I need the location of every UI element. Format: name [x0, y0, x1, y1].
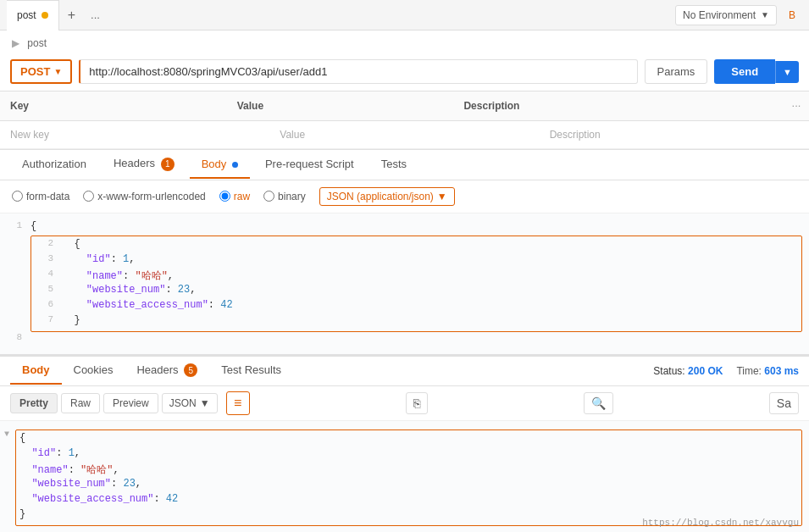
- more-tabs-button[interactable]: ...: [84, 8, 107, 21]
- time-value: 603 ms: [764, 365, 799, 377]
- resp-tab-cookies[interactable]: Cookies: [62, 357, 125, 385]
- search-button[interactable]: 🔍: [584, 392, 613, 414]
- method-label: POST: [20, 65, 50, 78]
- code-line-1: 1 {: [0, 220, 809, 236]
- tab-prerequest[interactable]: Pre-request Script: [253, 151, 366, 179]
- save-button[interactable]: Sa: [769, 392, 799, 414]
- response-section: Body Cookies Headers 5 Test Results Stat…: [0, 355, 809, 533]
- send-button[interactable]: Send: [714, 59, 775, 84]
- form-data-option[interactable]: form-data: [12, 191, 69, 202]
- resp-line-1: {: [19, 432, 798, 447]
- tab-authorization[interactable]: Authorization: [10, 151, 98, 179]
- resp-tab-headers[interactable]: Headers 5: [125, 357, 209, 386]
- desc-cell[interactable]: Description: [540, 125, 809, 144]
- body-dot-indicator: [232, 162, 238, 168]
- request-body-editor[interactable]: 1 { 2 { 3 "id": 1, 4 "name": "哈哈", 5 "we…: [0, 213, 809, 355]
- resp-format-selector[interactable]: JSON ▼: [162, 393, 218, 413]
- url-section: POST ▼ Params Send ▼: [0, 53, 809, 91]
- tab-body[interactable]: Body: [190, 151, 250, 179]
- resp-line-4: "website_num": 23,: [19, 478, 798, 493]
- wrap-button[interactable]: ≡: [226, 391, 250, 415]
- collapse-icon[interactable]: ▼: [4, 429, 9, 439]
- code-line-8: 8: [0, 332, 809, 347]
- content-type-selector[interactable]: JSON (application/json) ▼: [319, 187, 455, 206]
- request-tab-post[interactable]: post: [7, 0, 59, 30]
- desc-column-header: Description: [453, 97, 784, 115]
- code-line-3: 3 "id": 1,: [31, 253, 801, 269]
- json-select-arrow-icon: ▼: [437, 191, 447, 202]
- resp-json-arrow-icon: ▼: [200, 397, 210, 409]
- response-toolbar: Pretty Raw Preview JSON ▼ ≡ ⎘ 🔍 Sa: [0, 386, 809, 421]
- url-input[interactable]: [79, 59, 637, 84]
- value-column-header: Value: [227, 97, 454, 115]
- code-line-6: 6 "website_access_num": 42: [31, 299, 801, 314]
- code-line-5: 5 "website_num": 23,: [31, 284, 801, 299]
- tab-label: post: [17, 9, 36, 21]
- response-tabs-row: Body Cookies Headers 5 Test Results Stat…: [0, 357, 809, 387]
- tab-dot-indicator: [42, 12, 48, 19]
- new-tab-button[interactable]: +: [59, 8, 84, 23]
- urlencoded-option[interactable]: x-www-form-urlencoded: [83, 191, 205, 202]
- method-selector[interactable]: POST ▼: [10, 59, 72, 84]
- preview-button[interactable]: Preview: [103, 393, 158, 413]
- resp-tab-test-results[interactable]: Test Results: [209, 357, 293, 385]
- status-label: Status: 200 OK: [653, 365, 723, 377]
- more-column-header: ...: [784, 97, 809, 115]
- code-line-4: 4 "name": "哈哈",: [31, 269, 801, 284]
- tab-headers[interactable]: Headers 1: [102, 150, 186, 180]
- kv-empty-row: New key Value Description: [0, 121, 809, 149]
- request-body-highlighted: 2 { 3 "id": 1, 4 "name": "哈哈", 5 "websit…: [30, 236, 802, 332]
- build-label: B: [782, 9, 802, 21]
- response-body-viewer: ▼ { "id": 1, "name": "哈哈", "website_num"…: [0, 421, 809, 532]
- code-line-2: 2 {: [31, 238, 801, 253]
- pretty-button[interactable]: Pretty: [10, 393, 58, 413]
- request-tabs: Authorization Headers 1 Body Pre-request…: [0, 150, 809, 180]
- value-cell[interactable]: Value: [269, 125, 539, 144]
- tab-tests[interactable]: Tests: [369, 151, 418, 179]
- time-label: Time: 603 ms: [736, 365, 799, 377]
- binary-option[interactable]: binary: [263, 191, 306, 202]
- headers-badge: 1: [161, 158, 175, 171]
- method-arrow-icon: ▼: [53, 67, 62, 76]
- params-button[interactable]: Params: [645, 59, 708, 84]
- code-line-7: 7 }: [31, 314, 801, 330]
- raw-option[interactable]: raw: [219, 191, 250, 202]
- send-btn-group: Send ▼: [714, 59, 799, 84]
- response-body-highlighted: { "id": 1, "name": "哈哈", "website_num": …: [15, 429, 802, 526]
- send-arrow-button[interactable]: ▼: [775, 61, 799, 83]
- key-cell[interactable]: New key: [0, 125, 269, 144]
- body-options: form-data x-www-form-urlencoded raw bina…: [0, 180, 809, 213]
- kv-table: Key Value Description ... New key Value …: [0, 91, 809, 150]
- status-value: 200 OK: [688, 365, 723, 377]
- watermark: https://blog.csdn.net/xavvgu: [642, 518, 799, 528]
- copy-button[interactable]: ⎘: [406, 392, 428, 414]
- resp-line-2: "id": 1,: [19, 447, 798, 463]
- key-column-header: Key: [0, 97, 227, 115]
- resp-line-3: "name": "哈哈",: [19, 463, 798, 478]
- kv-header: Key Value Description ...: [0, 91, 809, 121]
- resp-headers-badge: 5: [184, 363, 197, 377]
- raw-button[interactable]: Raw: [61, 393, 100, 413]
- resp-line-5: "website_access_num": 42: [19, 493, 798, 508]
- environment-selector[interactable]: No Environment ▼: [675, 5, 777, 25]
- response-status: Status: 200 OK Time: 603 ms: [653, 365, 799, 377]
- env-arrow-icon: ▼: [761, 10, 769, 19]
- section-post-label: ▶ post: [0, 30, 809, 53]
- tab-bar: post + ... No Environment ▼ B: [0, 0, 809, 30]
- resp-tab-body[interactable]: Body: [10, 357, 62, 385]
